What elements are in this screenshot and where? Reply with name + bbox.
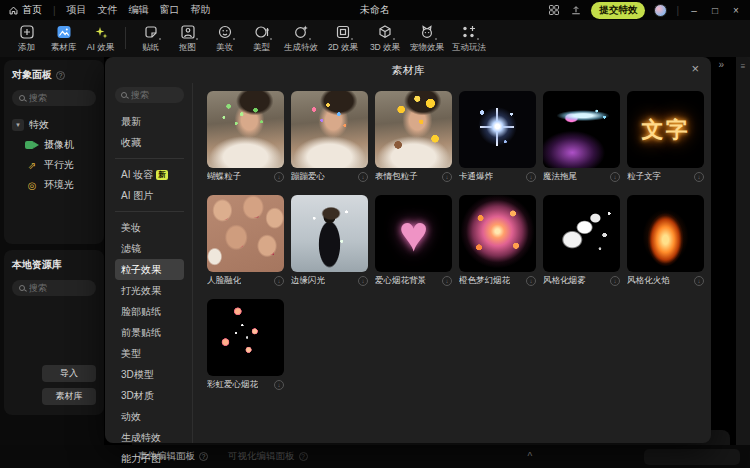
category-latest[interactable]: 最新 — [115, 111, 184, 132]
download-icon[interactable]: ↓ — [694, 172, 704, 182]
category-face-shape[interactable]: 美型 — [115, 343, 184, 364]
toolbar-item-makeup[interactable]: 美妆 — [206, 24, 243, 54]
material-card[interactable]: 魔法拖尾↓ — [543, 91, 620, 183]
local-library-search[interactable] — [12, 280, 96, 296]
category-3d-materials[interactable]: 3D材质 — [115, 385, 184, 406]
toolbar-item-ai-effects[interactable]: AI 效果 — [82, 24, 119, 54]
category-ai-image[interactable]: AI 图片 — [115, 185, 184, 206]
toolbar-item-sticker[interactable]: 贴纸 — [132, 24, 169, 54]
material-card[interactable]: 卡通爆炸↓ — [459, 91, 536, 183]
submit-effect-button[interactable]: 提交特效 — [591, 2, 645, 19]
download-icon[interactable]: ↓ — [526, 276, 536, 286]
close-icon[interactable]: × — [691, 62, 699, 76]
category-filters[interactable]: 滤镜 — [115, 238, 184, 259]
material-label: 表情包粒子 — [375, 171, 418, 183]
category-makeup[interactable]: 美妆 — [115, 217, 184, 238]
menu-project[interactable]: 项目 — [67, 3, 87, 17]
tab-visual-editor[interactable]: 可视化编辑面板 ? — [228, 450, 308, 463]
menu-file[interactable]: 文件 — [98, 3, 118, 17]
modal-search-input[interactable] — [131, 90, 173, 100]
material-grid: 蝴蝶粒子↓ 蹦蹦爱心↓ 表情包粒子↓ 卡通爆炸↓ 魔法拖尾↓ 文字 粒子文字↓ — [193, 83, 711, 443]
maximize-button[interactable]: □ — [709, 5, 721, 16]
category-capability-subgraph[interactable]: 能力子图 — [115, 448, 184, 468]
object-search-input[interactable] — [29, 93, 89, 103]
category-particle-effects[interactable]: 粒子效果 — [115, 259, 184, 280]
toolbar-item-face-shape[interactable]: 美型 — [243, 24, 280, 54]
material-library-button[interactable]: 素材库 — [42, 388, 96, 405]
layout-grid-icon[interactable] — [547, 4, 560, 17]
material-card[interactable]: 彩虹爱心烟花↓ — [207, 299, 284, 391]
pet-effects-icon — [419, 24, 435, 40]
toolbar-item-3d-effects[interactable]: 3D 效果 — [364, 24, 406, 54]
help-icon[interactable]: ? — [56, 71, 65, 80]
chevron-down-icon[interactable]: ▾ — [12, 119, 24, 131]
close-button[interactable]: × — [730, 5, 742, 16]
home-icon — [8, 5, 19, 16]
menu-separator: | — [53, 5, 56, 16]
download-icon[interactable]: ↓ — [358, 276, 368, 286]
download-icon[interactable]: ↓ — [358, 172, 368, 182]
toolbar-item-pet-effects[interactable]: 宠物效果 — [406, 24, 448, 54]
material-thumbnail: ♥ — [375, 195, 452, 272]
avatar[interactable] — [654, 4, 667, 17]
download-icon[interactable]: ↓ — [442, 276, 452, 286]
material-card[interactable]: 人脸融化↓ — [207, 195, 284, 287]
download-icon[interactable]: ↓ — [274, 380, 284, 390]
category-ai-makeup[interactable]: AI 妆容新 — [115, 164, 184, 185]
titlebar: 首页 | 项目 文件 编辑 窗口 帮助 未命名 提交特效 | – □ × — [0, 0, 750, 20]
download-icon[interactable]: ↓ — [610, 276, 620, 286]
category-motion-effects[interactable]: 动效 — [115, 406, 184, 427]
menu-window[interactable]: 窗口 — [160, 3, 180, 17]
category-generate-effects[interactable]: 生成特效 — [115, 427, 184, 448]
collapse-up-icon[interactable]: ^ — [528, 451, 533, 462]
minimize-button[interactable]: – — [688, 5, 700, 16]
category-favorites[interactable]: 收藏 — [115, 132, 184, 153]
material-card[interactable]: ♥ 爱心烟花背景↓ — [375, 195, 452, 287]
modal-search[interactable] — [115, 87, 184, 103]
toolbar-item-interactive-play[interactable]: 互动玩法 — [448, 24, 490, 54]
collapse-panel-icon[interactable]: » — [718, 59, 724, 70]
object-panel: 对象面板 ? ▾ 特效 摄像机 ⇗ 平行光 ◎ 环境光 — [4, 60, 104, 244]
material-card[interactable]: 蹦蹦爱心↓ — [291, 91, 368, 183]
download-icon[interactable]: ↓ — [526, 172, 536, 182]
material-card[interactable]: 文字 粒子文字↓ — [627, 91, 704, 183]
download-icon[interactable]: ↓ — [610, 172, 620, 182]
camera-icon — [25, 140, 39, 150]
menu-edit[interactable]: 编辑 — [129, 3, 149, 17]
tree-node-camera[interactable]: 摄像机 — [12, 135, 96, 155]
right-menu-icon[interactable]: ≡ — [741, 62, 746, 445]
material-card[interactable]: 风格化烟雾↓ — [543, 195, 620, 287]
category-foreground-stickers[interactable]: 前景贴纸 — [115, 322, 184, 343]
download-icon[interactable]: ↓ — [694, 276, 704, 286]
tree-node-ambient-light[interactable]: ◎ 环境光 — [12, 175, 96, 195]
makeup-icon — [217, 24, 233, 40]
material-card[interactable]: 橙色梦幻烟花↓ — [459, 195, 536, 287]
material-card[interactable]: 表情包粒子↓ — [375, 91, 452, 183]
object-panel-search[interactable] — [12, 90, 96, 106]
toolbar-item-2d-effects[interactable]: 2D 效果 — [322, 24, 364, 54]
upload-icon[interactable] — [569, 4, 582, 17]
help-icon: ? — [199, 452, 208, 461]
toolbar-item-generate-effects[interactable]: 生成特效 — [280, 24, 322, 54]
material-card[interactable]: 边缘闪光↓ — [291, 195, 368, 287]
tree-node-directional-light[interactable]: ⇗ 平行光 — [12, 155, 96, 175]
material-card[interactable]: 风格化火焰↓ — [627, 195, 704, 287]
interactive-play-icon — [461, 24, 477, 40]
toolbar-item-material-library[interactable]: 素材库 — [45, 24, 82, 54]
generate-effects-icon — [293, 24, 309, 40]
download-icon[interactable]: ↓ — [274, 276, 284, 286]
menu-help[interactable]: 帮助 — [191, 3, 211, 17]
download-icon[interactable]: ↓ — [442, 172, 452, 182]
category-face-stickers[interactable]: 脸部贴纸 — [115, 301, 184, 322]
category-lighting-effects[interactable]: 打光效果 — [115, 280, 184, 301]
import-button[interactable]: 导入 — [42, 365, 96, 382]
download-icon[interactable]: ↓ — [274, 172, 284, 182]
home-button[interactable]: 首页 — [8, 3, 42, 17]
toolbar-item-cutout[interactable]: 抠图 — [169, 24, 206, 54]
material-thumbnail: 文字 — [627, 91, 704, 168]
toolbar-item-add[interactable]: 添加 — [8, 24, 45, 54]
category-3d-models[interactable]: 3D模型 — [115, 364, 184, 385]
material-card[interactable]: 蝴蝶粒子↓ — [207, 91, 284, 183]
local-library-search-input[interactable] — [29, 283, 89, 293]
tree-node-effects[interactable]: ▾ 特效 — [12, 115, 96, 135]
